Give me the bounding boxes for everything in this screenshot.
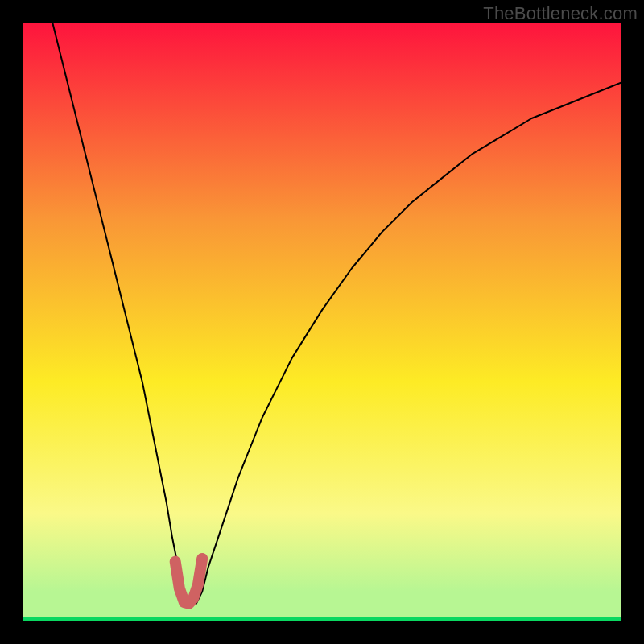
plot-area <box>23 23 621 621</box>
chart-container: TheBottleneck.com <box>0 0 644 644</box>
chart-svg <box>23 23 621 621</box>
watermark-label: TheBottleneck.com <box>483 3 638 24</box>
svg-rect-1 <box>23 617 621 621</box>
svg-rect-0 <box>23 23 621 621</box>
